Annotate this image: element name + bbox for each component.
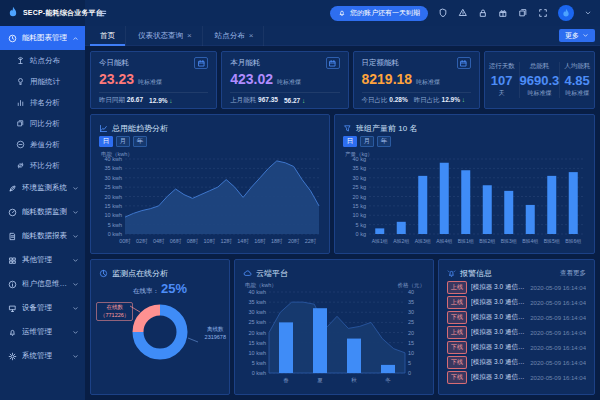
alerts-panel: 报警信息 查看更多 上线 [模拟器 3.0 通信设备]模拟器 3.0... 20… [438, 259, 595, 395]
period-toggle-月[interactable]: 月 [360, 136, 374, 147]
ranking-period-toggles: 日月年 [343, 136, 586, 147]
app-title: SECP-能耗综合业务平台 [23, 8, 103, 18]
chevron-down-icon [72, 257, 79, 264]
fullscreen-icon[interactable] [538, 8, 548, 18]
sidebar-item-6[interactable]: 设备管理 [0, 296, 85, 320]
svg-text:40 kg: 40 kg [353, 156, 366, 162]
tab-站点分布[interactable]: 站点分布× [205, 26, 265, 46]
alert-row-0[interactable]: 上线 [模拟器 3.0 通信设备]模拟器 3.0... 2020-05-09 1… [447, 280, 586, 295]
sidebar-subitem-环比分析[interactable]: 环比分析 [0, 155, 85, 176]
alert-time: 2020-05-09 16:14:04 [530, 345, 586, 351]
lock-icon[interactable] [478, 8, 488, 18]
loop-icon [16, 161, 25, 170]
sidebar-item-label: 租户信息维护管理 [22, 279, 67, 289]
summary-label: 总能耗 [520, 62, 560, 71]
alerts-more-link[interactable]: 查看更多 [560, 269, 586, 278]
menu-toggle-icon[interactable] [97, 8, 108, 19]
svg-text:06时: 06时 [170, 238, 182, 244]
calendar-icon [328, 59, 337, 68]
warning-icon[interactable] [458, 8, 468, 18]
bell-icon [338, 9, 346, 17]
sidebar-item-1[interactable]: 环境监测系统 [0, 176, 85, 200]
svg-text:40 kwh: 40 kwh [249, 289, 266, 295]
alert-status-badge: 下线 [447, 311, 467, 324]
svg-text:B班3组: B班3组 [501, 238, 517, 244]
summary-value: 107 [485, 73, 519, 88]
calendar-icon [457, 57, 471, 69]
sidebar-subitem-排名分析[interactable]: 排名分析 [0, 92, 85, 113]
period-toggle-月[interactable]: 月 [116, 136, 130, 147]
sidebar-item-3[interactable]: 能耗数据报表 [0, 224, 85, 248]
shield-icon [438, 8, 448, 18]
tab-首页[interactable]: 首页 [90, 26, 126, 46]
hamburger-icon[interactable] [97, 8, 108, 19]
alert-status-badge: 上线 [447, 296, 467, 309]
alert-row-5[interactable]: 下线 [模拟器 3.0 通信设备]模拟器 3.0... 2020-05-09 1… [447, 355, 586, 370]
alert-row-2[interactable]: 下线 [模拟器 3.0 通信设备]模拟器 3.0... 2020-05-09 1… [447, 310, 586, 325]
svg-text:25 kwh: 25 kwh [249, 319, 266, 325]
alert-row-4[interactable]: 下线 [模拟器 3.0 通信设备]模拟器 3.0... 2020-05-09 1… [447, 340, 586, 355]
shield-icon[interactable] [438, 8, 448, 18]
sidebar-subitem-站点分布[interactable]: 站点分布 [0, 50, 85, 71]
alert-text: [模拟器 3.0 通信设备]模拟器 3.0... [471, 283, 526, 292]
sidebar-item-0[interactable]: 能耗图表管理 [0, 26, 85, 50]
svg-text:0 kwh: 0 kwh [252, 370, 266, 376]
trend-down-arrow: ↓ [169, 97, 172, 104]
stat-footer-item: 56.27 ↓ [284, 97, 305, 104]
svg-text:夏: 夏 [317, 377, 323, 384]
cloud-platform-panel: 云端平台 电能（kwh）价格（元）0 kwh05 kwh510 kwh1015 … [234, 259, 434, 395]
trend-chart-title: 总用能趋势分析 [112, 123, 168, 134]
sidebar-subitem-用能统计[interactable]: 用能统计 [0, 71, 85, 92]
chevron-down-icon [72, 185, 79, 192]
alert-row-3[interactable]: 上线 [模拟器 3.0 通信设备]模拟器 3.0... 2020-05-09 1… [447, 325, 586, 340]
alert-time: 2020-05-09 16:14:04 [530, 300, 586, 306]
antenna-icon [16, 56, 25, 65]
alert-time: 2020-05-09 16:14:04 [530, 285, 586, 291]
period-toggle-日[interactable]: 日 [343, 136, 357, 147]
stat-card-unit: 吨标准煤 [416, 78, 440, 87]
user-avatar[interactable] [558, 5, 574, 21]
sidebar-subitem-label: 用能统计 [30, 77, 60, 87]
seasonal-combo-chart: 电能（kwh）价格（元）0 kwh05 kwh510 kwh1015 kwh15… [243, 280, 425, 388]
close-icon[interactable]: × [187, 31, 192, 40]
bulb-icon [16, 77, 25, 86]
account-expiry-notice[interactable]: 您的账户还有一天到期 [330, 6, 428, 21]
sidebar-item-8[interactable]: 系统管理 [0, 344, 85, 368]
sidebar-subitem-差值分析[interactable]: 差值分析 [0, 134, 85, 155]
sidebar-item-label: 环境监测系统 [22, 183, 67, 193]
svg-text:A班1组: A班1组 [372, 238, 388, 244]
svg-text:10 kwh: 10 kwh [105, 212, 122, 218]
lock-icon [478, 8, 488, 18]
app-logo: SECP-能耗综合业务平台 [0, 0, 85, 26]
alert-row-1[interactable]: 上线 [模拟器 3.0 通信设备]模拟器 3.0... 2020-05-09 1… [447, 295, 586, 310]
tabs-more-button[interactable]: 更多 [559, 29, 595, 42]
alert-row-6[interactable]: 下线 [模拟器 3.0 通信设备]模拟器 3.0... 2020-05-09 1… [447, 370, 586, 385]
sidebar-item-2[interactable]: 能耗数据监测 [0, 200, 85, 224]
period-toggle-年[interactable]: 年 [133, 136, 147, 147]
svg-text:14时: 14时 [237, 238, 249, 244]
sidebar-item-7[interactable]: 运维管理 [0, 320, 85, 344]
trend-chart: 电能（kwh）0 kwh5 kwh10 kwh15 kwh20 kwh25 kw… [99, 149, 321, 249]
period-toggle-年[interactable]: 年 [377, 136, 391, 147]
sidebar-subitem-同比分析[interactable]: 同比分析 [0, 113, 85, 134]
svg-text:04时: 04时 [153, 238, 165, 244]
bars-icon [16, 98, 25, 107]
trend-down-arrow: ↓ [462, 96, 465, 103]
period-toggle-日[interactable]: 日 [99, 136, 113, 147]
tab-bar: 首页仪表状态查询×站点分布× 更多 [85, 26, 600, 46]
offline-slice-value: 2319678 [205, 334, 226, 342]
calendar-icon [194, 57, 208, 69]
copy-icon[interactable] [518, 8, 528, 18]
ranking-chart: 产量（kg）0 kg5 kg10 kg15 kg20 kg25 kg30 kg3… [343, 149, 586, 249]
svg-text:秋: 秋 [351, 377, 357, 383]
sidebar-item-5[interactable]: 租户信息维护管理 [0, 272, 85, 296]
close-icon[interactable]: × [249, 31, 254, 40]
chevron-down-icon[interactable] [584, 9, 592, 17]
chevron-down-icon [584, 9, 592, 17]
sidebar-item-4[interactable]: 其他管理 [0, 248, 85, 272]
tab-仪表状态查询[interactable]: 仪表状态查询× [128, 26, 203, 46]
stat-footer-item: 昨日同期 26.67 [99, 96, 143, 105]
chevron-down-icon [582, 32, 589, 40]
gift-icon[interactable] [498, 8, 508, 18]
ranking-chart-panel: 班组产量前 10 名 日月年 产量（kg）0 kg5 kg10 kg15 kg2… [334, 114, 595, 254]
